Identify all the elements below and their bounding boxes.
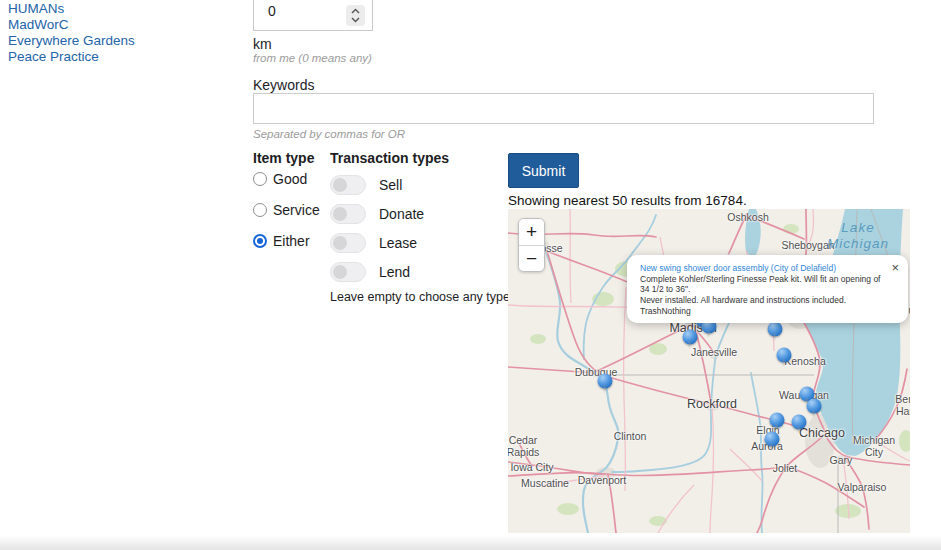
search-page: HUMANsMadWorCEverywhere GardensPeace Pra… — [0, 0, 941, 550]
map-marker[interactable] — [768, 322, 783, 337]
toggle-label: Sell — [379, 177, 402, 193]
transaction-type-donate: Donate — [330, 204, 424, 224]
toggle-switch[interactable] — [330, 175, 366, 195]
sidebar-link[interactable]: Peace Practice — [8, 49, 135, 65]
toggle-label: Donate — [379, 206, 424, 222]
page-footer-edge — [0, 536, 941, 550]
transaction-types-hint: Leave empty to choose any type — [330, 290, 510, 304]
map-zoom-control: + − — [518, 218, 545, 272]
toggle-switch[interactable] — [330, 262, 366, 282]
transaction-type-lease: Lease — [330, 233, 424, 253]
transaction-types-header: Transaction types — [330, 150, 449, 166]
distance-stepper[interactable] — [346, 5, 365, 26]
toggle-label: Lease — [379, 235, 417, 251]
toggle-knob — [333, 265, 347, 279]
radio-label: Good — [273, 171, 307, 187]
sidebar-links: HUMANsMadWorCEverywhere GardensPeace Pra… — [8, 1, 135, 65]
toggle-switch[interactable] — [330, 204, 366, 224]
radio-label: Service — [273, 202, 320, 218]
map-marker[interactable] — [807, 399, 822, 414]
map-popup: New swing shower door assembly (City of … — [627, 255, 908, 323]
keywords-input[interactable] — [253, 93, 874, 124]
item-type-option-service[interactable]: Service — [253, 202, 320, 218]
radio-button[interactable] — [253, 203, 267, 217]
map-marker[interactable] — [792, 415, 807, 430]
item-type-option-good[interactable]: Good — [253, 171, 320, 187]
results-map[interactable]: CrosseOshkoshSheboyganLake MichiganFond … — [508, 209, 910, 533]
keywords-hint: Separated by commas for OR — [253, 128, 405, 140]
item-type-header: Item type — [253, 150, 314, 166]
toggle-label: Lend — [379, 264, 410, 280]
popup-source: TrashNothing — [640, 306, 882, 317]
distance-field — [253, 0, 373, 31]
sidebar-link[interactable]: MadWorC — [8, 17, 135, 33]
distance-input[interactable] — [268, 3, 338, 19]
map-marker[interactable] — [765, 432, 780, 447]
toggle-knob — [333, 178, 347, 192]
toggle-switch[interactable] — [330, 233, 366, 253]
submit-button[interactable]: Submit — [508, 153, 579, 188]
distance-hint: from me (0 means any) — [253, 52, 372, 64]
radio-button[interactable] — [253, 172, 267, 186]
toggle-knob — [333, 207, 347, 221]
stepper-arrows-icon — [351, 7, 360, 24]
transaction-type-options: SellDonateLeaseLend — [330, 175, 424, 291]
distance-unit-label: km — [253, 36, 272, 52]
zoom-in-button[interactable]: + — [519, 219, 544, 245]
popup-close-icon[interactable]: × — [891, 261, 899, 274]
sidebar-link[interactable]: HUMANs — [8, 1, 135, 17]
map-marker[interactable] — [770, 413, 785, 428]
map-marker[interactable] — [598, 374, 613, 389]
map-marker[interactable] — [777, 348, 792, 363]
popup-body-line: Complete Kohler/Sterling Finesse Peak ki… — [640, 274, 882, 295]
results-status: Showing nearest 50 results from 16784. — [508, 193, 747, 208]
popup-body-line: Never installed. All hardware and instru… — [640, 295, 882, 306]
transaction-type-sell: Sell — [330, 175, 424, 195]
toggle-knob — [333, 236, 347, 250]
zoom-out-button[interactable]: − — [519, 245, 544, 271]
popup-title-link[interactable]: New swing shower door assembly (City of … — [640, 263, 882, 274]
radio-label: Either — [273, 233, 310, 249]
keywords-label: Keywords — [253, 77, 314, 93]
transaction-type-lend: Lend — [330, 262, 424, 282]
radio-button[interactable] — [253, 234, 267, 248]
item-type-option-either[interactable]: Either — [253, 233, 320, 249]
item-type-options: GoodServiceEither — [253, 171, 320, 264]
map-marker[interactable] — [683, 330, 698, 345]
sidebar-link[interactable]: Everywhere Gardens — [8, 33, 135, 49]
